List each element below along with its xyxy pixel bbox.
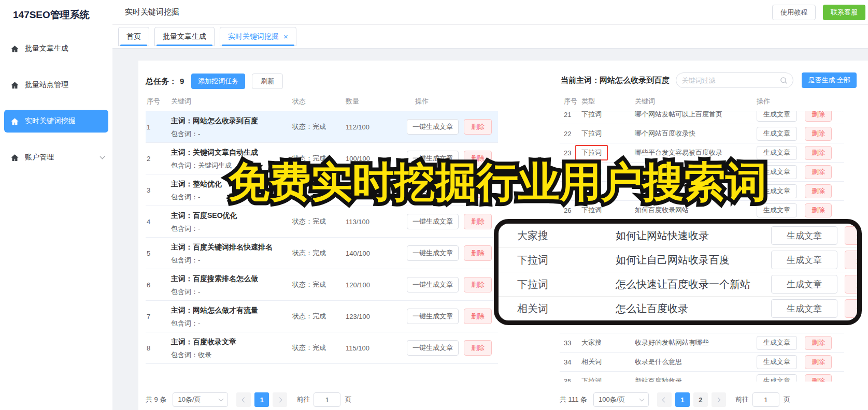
generate-article-button[interactable]: 生成文章 xyxy=(771,251,837,269)
task-row[interactable]: 7 主词：网站怎么做才有流量 包含词：- 状态：完成 123/100 一键生成文… xyxy=(146,301,498,332)
sidebar-item-1[interactable]: 批量文章生成 xyxy=(0,37,112,60)
delete-button[interactable]: 删除 xyxy=(464,245,492,261)
goto-page-input[interactable] xyxy=(314,392,340,407)
task-main-keyword: 主词：整站优化 xyxy=(171,179,275,189)
keyword-type: 下拉词 xyxy=(517,253,616,267)
delete-button[interactable]: 删除 xyxy=(464,340,492,356)
task-row[interactable]: 5 主词：百度关键词排名快速排名 包含词：- 状态：完成 140/100 一键生… xyxy=(146,238,498,269)
next-page-button[interactable] xyxy=(273,392,287,407)
generate-article-button[interactable]: 生成文章 xyxy=(757,165,797,179)
delete-button[interactable]: 删除 xyxy=(464,277,492,292)
sidebar-item-2[interactable]: 批量站点管理 xyxy=(0,74,112,96)
keyword-row-number: 22 xyxy=(560,130,581,138)
tab[interactable]: 批量文章生成 xyxy=(154,27,215,46)
goto-page-input[interactable] xyxy=(752,392,779,407)
page-button[interactable]: 1 xyxy=(254,392,269,407)
delete-button[interactable]: 删除 xyxy=(845,226,862,245)
tab[interactable]: 实时关键词挖掘 × xyxy=(220,27,296,46)
delete-button[interactable]: 删除 xyxy=(805,355,832,369)
keyword-row[interactable]: 33 大家搜 收录好的发帖网站有哪些 生成文章 删除 xyxy=(560,333,844,353)
page-size-select[interactable]: 10条/页 xyxy=(173,392,228,407)
delete-button[interactable]: 删除 xyxy=(464,151,492,166)
tutorial-button[interactable]: 使用教程 xyxy=(772,5,816,20)
delete-button[interactable]: 删除 xyxy=(464,309,492,324)
prev-page-button[interactable] xyxy=(236,392,251,407)
delete-button[interactable]: 删除 xyxy=(805,146,832,160)
keyword-type: 下拉词 xyxy=(575,145,608,160)
contact-support-button[interactable]: 联系客服 xyxy=(823,5,865,20)
generate-article-button[interactable]: 生成文章 xyxy=(757,146,797,160)
keyword-row[interactable]: 25 大家搜 生成文章 删除 xyxy=(560,182,844,201)
delete-button[interactable]: 删除 xyxy=(845,251,862,269)
task-quantity: 120/100 xyxy=(346,281,407,289)
keyword-filter-box xyxy=(676,72,793,88)
delete-button[interactable]: 删除 xyxy=(805,374,832,382)
delete-button[interactable]: 删除 xyxy=(845,299,862,318)
task-row[interactable]: 4 主词：百度SEO优化 包含词：- 状态：完成 113/100 一键生成文章 … xyxy=(146,206,498,238)
page-button[interactable]: 2 xyxy=(693,392,708,407)
keyword-type: 下拉词 xyxy=(581,111,602,119)
task-row[interactable]: 8 主词：百度收录文章 包含词：收录 状态：完成 115/100 一键生成文章 … xyxy=(146,332,498,364)
generate-article-button[interactable]: 生成文章 xyxy=(771,226,837,245)
sidebar-item-4[interactable]: 账户管理 xyxy=(0,146,112,169)
keyword-row[interactable]: 21 下拉词 哪个网站发帖可以上百度首页 生成文章 删除 xyxy=(560,111,844,124)
generate-article-button[interactable]: 生成文章 xyxy=(757,184,797,198)
generate-article-button[interactable]: 生成文章 xyxy=(757,336,797,350)
task-row[interactable]: 3 主词：整站优化 包含词：- 状态：完成 一键生成文章 删除 xyxy=(146,174,498,206)
task-status: 状态：完成 xyxy=(292,343,346,353)
keyword-type: 大家搜 xyxy=(581,186,602,196)
page-unit-label: 页 xyxy=(345,395,351,404)
keyword-row[interactable]: 24 下拉词 生成文章 删除 xyxy=(560,163,844,182)
task-quantity: 112/100 xyxy=(346,123,407,131)
generate-article-button[interactable]: 一键生成文章 xyxy=(407,309,459,324)
page-button[interactable]: 1 xyxy=(675,392,690,407)
keyword-row[interactable]: 35 下拉词 新站百度秒收录 生成文章 删除 xyxy=(560,372,844,382)
delete-button[interactable]: 删除 xyxy=(805,336,832,350)
delete-button[interactable]: 删除 xyxy=(464,119,492,135)
task-row[interactable]: 1 主词：网站怎么收录到百度 包含词：- 状态：完成 112/100 一键生成文… xyxy=(146,111,498,143)
generate-article-button[interactable]: 一键生成文章 xyxy=(407,119,459,135)
keyword-filter-input[interactable] xyxy=(677,77,780,84)
page-size-select[interactable]: 100条/页 xyxy=(593,392,649,407)
keyword-row[interactable]: 34 相关词 收录是什么意思 生成文章 删除 xyxy=(560,353,844,372)
delete-button[interactable]: 删除 xyxy=(805,127,832,141)
add-task-button[interactable]: 添加挖词任务 xyxy=(191,74,245,89)
refresh-button[interactable]: 刷新 xyxy=(252,74,283,89)
delete-button[interactable]: 删除 xyxy=(464,182,492,198)
sidebar-item-3[interactable]: 实时关键词挖掘 xyxy=(4,110,108,133)
task-row[interactable]: 6 主词：百度搜索排名怎么做 包含词：- 状态：完成 120/100 一键生成文… xyxy=(146,269,498,301)
generate-article-button[interactable]: 生成文章 xyxy=(757,127,797,141)
generate-article-button[interactable]: 生成文章 xyxy=(757,355,797,369)
generate-article-button[interactable]: 一键生成文章 xyxy=(407,214,459,229)
generate-article-button[interactable]: 一键生成文章 xyxy=(407,245,459,261)
next-page-button[interactable] xyxy=(712,392,726,407)
delete-button[interactable]: 删除 xyxy=(805,111,832,122)
task-row[interactable]: 2 主词：关键词文章自动生成 包含词：关键词生成 状态：完成 100/100 一… xyxy=(146,143,498,174)
task-table-body: 1 主词：网站怎么收录到百度 包含词：- 状态：完成 112/100 一键生成文… xyxy=(146,111,498,364)
generate-article-button[interactable]: 生成文章 xyxy=(757,203,797,217)
delete-button[interactable]: 删除 xyxy=(805,203,832,217)
generate-article-button[interactable]: 生成文章 xyxy=(771,299,837,318)
close-icon[interactable]: × xyxy=(283,33,288,40)
generate-article-button[interactable]: 一键生成文章 xyxy=(407,151,459,166)
task-quantity: 140/100 xyxy=(346,250,407,257)
keyword-row[interactable]: 23 下拉词 哪些平台发文容易被百度收录 生成文章 删除 xyxy=(560,143,844,163)
generate-article-button[interactable]: 生成文章 xyxy=(771,275,837,294)
delete-button[interactable]: 删除 xyxy=(805,165,832,179)
prev-page-button[interactable] xyxy=(657,392,672,407)
delete-button[interactable]: 删除 xyxy=(464,214,492,229)
keyword-row[interactable]: 22 下拉词 哪个网站百度收录快 生成文章 删除 xyxy=(560,124,844,143)
task-row-number: 5 xyxy=(146,250,171,257)
generate-article-button[interactable]: 生成文章 xyxy=(757,111,797,122)
generate-article-button[interactable]: 一键生成文章 xyxy=(407,182,459,198)
delete-button[interactable]: 删除 xyxy=(845,275,862,294)
generate-all-toggle-button[interactable]: 是否生成:全部 xyxy=(802,72,857,88)
tab-label: 首页 xyxy=(126,32,141,41)
keyword-row[interactable]: 26 下拉词 如何百度收录网站 生成文章 删除 xyxy=(560,201,844,220)
delete-button[interactable]: 删除 xyxy=(805,184,832,198)
generate-article-button[interactable]: 一键生成文章 xyxy=(407,277,459,292)
tab[interactable]: 首页 xyxy=(118,27,149,46)
generate-article-button[interactable]: 生成文章 xyxy=(757,374,797,382)
generate-article-button[interactable]: 一键生成文章 xyxy=(407,340,459,356)
keyword-row-number: 26 xyxy=(560,207,581,214)
